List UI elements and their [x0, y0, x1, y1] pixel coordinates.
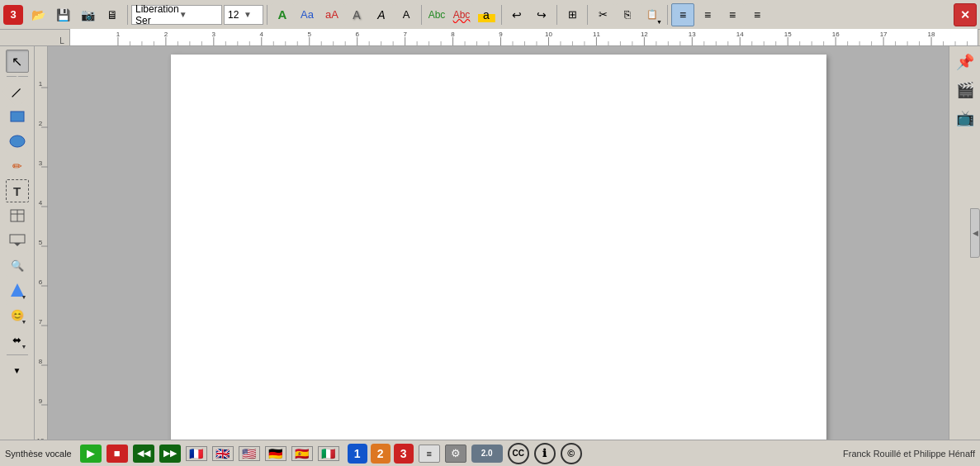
svg-point-91	[10, 136, 25, 147]
pin-btn[interactable]: 📌	[953, 50, 978, 74]
cut-btn[interactable]: ✂	[591, 3, 614, 26]
badge-3[interactable]: 3	[394, 444, 414, 464]
font-size-selector[interactable]: 12 ▼	[224, 5, 263, 25]
svg-text:17: 17	[880, 31, 888, 38]
svg-text:18: 18	[928, 31, 935, 38]
sep1	[127, 5, 128, 25]
emoji-tool[interactable]: 😊▼	[6, 303, 29, 326]
badge-2[interactable]: 2	[371, 444, 391, 464]
paste-dropdown-btn[interactable]: 📋▼	[641, 3, 664, 26]
font-size-dropdown-arrow: ▼	[244, 10, 259, 19]
version-badge: 2.0	[471, 445, 503, 463]
font-name-selector[interactable]: Liberation Ser ▼	[131, 5, 222, 25]
save-btn[interactable]: 💾	[51, 3, 74, 26]
svg-text:8: 8	[39, 358, 43, 365]
svg-text:2: 2	[39, 120, 43, 127]
stop-btn[interactable]: ■	[107, 445, 128, 463]
share-icon[interactable]: ©	[561, 443, 582, 464]
font-red-aA-btn[interactable]: aA	[320, 3, 343, 26]
svg-text:12: 12	[641, 31, 648, 38]
font-italic-btn[interactable]: A	[370, 3, 393, 26]
monitor-btn[interactable]: 🖥	[101, 3, 124, 26]
spellcheck1-btn[interactable]: Abc	[425, 3, 448, 26]
svg-text:6: 6	[39, 278, 43, 286]
table-insert-btn[interactable]: ⊞	[561, 3, 584, 26]
more-tools-btn[interactable]: ▼	[6, 359, 29, 382]
line-tool[interactable]: |	[1, 75, 34, 108]
copy-btn[interactable]: ⎘	[616, 3, 639, 26]
collapse-panel-handle[interactable]: ◀	[970, 208, 980, 258]
shape-tool[interactable]: ▼	[6, 278, 29, 302]
open-folder-btn[interactable]: 📂	[26, 3, 50, 26]
rect-tool[interactable]	[6, 105, 29, 128]
tools-panel: ↖ | ✏ T 🔍 ▼ 😊▼ ⬌▼	[0, 46, 35, 440]
info-icon[interactable]: ℹ	[534, 443, 556, 464]
horizontal-ruler: L 123456789101112131415161718	[0, 30, 980, 46]
cc-icon[interactable]: CC	[508, 443, 529, 464]
badge-1[interactable]: 1	[348, 444, 367, 464]
close-btn[interactable]: ✕	[954, 3, 977, 26]
movie-btn[interactable]: 🎬	[953, 78, 978, 102]
collapse-arrow: ◀	[973, 229, 978, 237]
ruler-scale: 123456789101112131415161718	[69, 29, 978, 45]
list-view-btn[interactable]: ≡	[419, 445, 440, 463]
flag-fr[interactable]: 🇫🇷	[186, 446, 207, 461]
screenshot-btn[interactable]: 📷	[76, 3, 99, 26]
undo-btn[interactable]: ↩	[505, 3, 528, 26]
caption-icon	[9, 234, 26, 247]
forward-btn[interactable]: ▶▶	[159, 445, 181, 463]
bottom-bar: Synthèse vocale ▶ ■ ◀◀ ▶▶ 🇫🇷 🇬🇧 🇺🇸 🇩🇪 🇪🇸…	[0, 440, 980, 466]
tool-sep-2	[7, 354, 28, 355]
align-center-btn[interactable]: ≡	[696, 3, 719, 26]
spellcheck2-btn[interactable]: Abc	[450, 3, 473, 26]
text-tool[interactable]: T	[6, 179, 29, 202]
right-panel: 📌 🎬 📺 ◀	[949, 46, 980, 440]
table-icon	[10, 209, 25, 222]
font-color-btn[interactable]: A	[395, 3, 418, 26]
flag-es[interactable]: 🇪🇸	[291, 446, 313, 461]
scroll-area[interactable]	[48, 46, 949, 440]
ellipse-tool[interactable]	[6, 130, 29, 153]
cursor-tool[interactable]: ↖	[6, 50, 29, 73]
svg-text:14: 14	[736, 31, 744, 38]
font-shadow-btn[interactable]: A	[345, 3, 368, 26]
font-green-A-btn[interactable]: A	[271, 3, 294, 26]
svg-text:5: 5	[308, 31, 312, 38]
svg-text:10: 10	[545, 31, 552, 38]
caption-tool[interactable]	[6, 229, 29, 252]
arrow-tool[interactable]: ⬌▼	[6, 328, 29, 351]
svg-text:4: 4	[260, 31, 264, 38]
play-btn[interactable]: ▶	[80, 445, 102, 463]
svg-text:4: 4	[39, 199, 43, 207]
align-left-btn[interactable]: ≡	[671, 3, 694, 26]
search-tool[interactable]: 🔍	[6, 254, 29, 277]
rewind-btn[interactable]: ◀◀	[133, 445, 154, 463]
svg-text:5: 5	[39, 239, 43, 246]
main-area: ↖ | ✏ T 🔍 ▼ 😊▼ ⬌▼	[0, 46, 980, 440]
flag-it[interactable]: 🇮🇹	[318, 446, 339, 461]
svg-text:6: 6	[355, 31, 359, 38]
document-page	[171, 55, 826, 440]
synth-label: Synthèse vocale	[5, 449, 72, 459]
font-blue-Aa-btn[interactable]: Aa	[296, 3, 319, 26]
table-tool[interactable]	[6, 204, 29, 227]
pencil-tool[interactable]: ✏	[6, 155, 29, 178]
tv-btn[interactable]: 📺	[953, 106, 978, 131]
sep7	[667, 5, 668, 25]
font-name-value: Liberation Ser	[135, 3, 179, 26]
svg-text:2: 2	[164, 31, 168, 38]
align-right-btn[interactable]: ≡	[721, 3, 744, 26]
sep6	[587, 5, 588, 25]
text-bg-btn[interactable]: a	[475, 3, 498, 26]
vertical-ruler: 12345678910	[35, 46, 48, 440]
arrow-arrow: ▼	[21, 344, 27, 350]
settings-btn[interactable]: ⚙	[445, 445, 466, 463]
svg-text:1: 1	[116, 31, 121, 38]
flag-de[interactable]: 🇩🇪	[265, 446, 286, 461]
align-justify-btn[interactable]: ≡	[746, 3, 769, 26]
redo-btn[interactable]: ↪	[530, 3, 553, 26]
emoji-arrow: ▼	[21, 319, 27, 325]
toolbar: 3 📂 💾 📷 🖥 Liberation Ser ▼ 12 ▼ A Aa aA …	[0, 0, 980, 30]
flag-us[interactable]: 🇺🇸	[239, 446, 260, 461]
flag-gb[interactable]: 🇬🇧	[212, 446, 234, 461]
